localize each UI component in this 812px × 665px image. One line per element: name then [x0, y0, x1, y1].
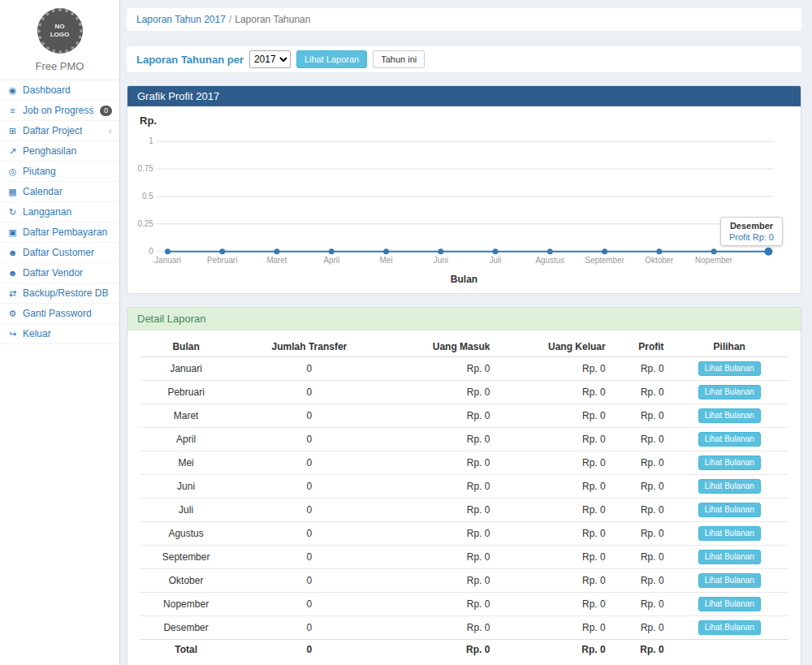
cell-masuk: Rp. 0	[387, 475, 497, 499]
cell-keluar: Rp. 0	[496, 381, 611, 404]
chart-y-axis-title: Rp.	[140, 114, 793, 129]
cell-profit: Rp. 0	[612, 404, 671, 428]
sidebar-item-label: Langganan	[23, 205, 71, 218]
chart-panel-title: Grafik Profit 2017	[127, 86, 801, 106]
year-select[interactable]: 2017	[249, 50, 291, 68]
cell-pilihan: Lihat Bulanan	[671, 522, 788, 546]
lock-icon: ⚙	[7, 307, 18, 320]
cell-profit: Rp. 0	[612, 357, 671, 381]
lihat-bulanan-button[interactable]: Lihat Bulanan	[698, 456, 761, 470]
cell-pilihan: Lihat Bulanan	[671, 546, 788, 569]
backup-icon: ⇄	[7, 287, 18, 300]
sidebar-item-langganan[interactable]: ↻Langganan	[0, 202, 119, 222]
sidebar-item-label: Daftar Customer	[23, 246, 94, 259]
sidebar-item-penghasilan[interactable]: ↗Penghasilan	[0, 141, 119, 162]
total-empty	[671, 640, 788, 660]
logo-badge: NO LOGO	[37, 8, 83, 54]
lihat-bulanan-button[interactable]: Lihat Bulanan	[698, 550, 761, 564]
cell-pilihan: Lihat Bulanan	[671, 569, 788, 593]
content: Laporan Tahun 2017/Laporan Tahunan Lapor…	[120, 0, 812, 665]
svg-text:0.5: 0.5	[142, 192, 153, 201]
brand-name: Free PMO	[0, 60, 119, 72]
brand-block: NO LOGO Free PMO	[0, 0, 119, 80]
sidebar-item-dashboard[interactable]: ◉Dashboard	[0, 80, 119, 101]
lihat-bulanan-button[interactable]: Lihat Bulanan	[698, 620, 761, 635]
sidebar-item-daftar-project[interactable]: ⊞Daftar Project‹	[0, 121, 119, 141]
table-icon: ⊞	[7, 124, 18, 137]
cell-bulan: Agustus	[140, 522, 232, 546]
lihat-bulanan-button[interactable]: Lihat Bulanan	[698, 408, 761, 423]
lihat-bulanan-button[interactable]: Lihat Bulanan	[698, 432, 761, 447]
lihat-bulanan-button[interactable]: Lihat Bulanan	[698, 526, 761, 541]
cell-profit: Rp. 0	[612, 499, 671, 522]
users-icon: ☻	[7, 266, 18, 279]
lihat-bulanan-button[interactable]: Lihat Bulanan	[698, 361, 761, 376]
lihat-bulanan-button[interactable]: Lihat Bulanan	[698, 573, 761, 588]
sidebar-item-calendar[interactable]: ▦Calendar	[0, 182, 119, 202]
cell-profit: Rp. 0	[612, 475, 671, 499]
cell-masuk: Rp. 0	[387, 499, 497, 522]
lihat-bulanan-button[interactable]: Lihat Bulanan	[698, 597, 761, 611]
chevron-left-icon: ‹	[109, 126, 112, 136]
table-row: Juni0Rp. 0Rp. 0Rp. 0Lihat Bulanan	[140, 475, 788, 499]
cell-transfer: 0	[232, 499, 386, 522]
cell-bulan: April	[140, 428, 232, 451]
breadcrumb-separator: /	[229, 14, 231, 25]
cell-pilihan: Lihat Bulanan	[671, 475, 788, 499]
svg-text:Maret: Maret	[266, 256, 287, 265]
cell-transfer: 0	[232, 616, 386, 640]
table-row: April0Rp. 0Rp. 0Rp. 0Lihat Bulanan	[140, 428, 788, 451]
cell-bulan: Nopember	[140, 593, 232, 616]
svg-text:Januari: Januari	[154, 256, 180, 265]
sidebar: NO LOGO Free PMO ◉Dashboard≡Job on Progr…	[0, 0, 120, 665]
cell-keluar: Rp. 0	[496, 616, 611, 640]
lihat-laporan-button[interactable]: Lihat Laporan	[296, 50, 367, 68]
cell-bulan: Juli	[140, 499, 232, 522]
svg-text:Oktober: Oktober	[645, 256, 674, 265]
tooltip-title: Desember	[729, 221, 774, 231]
cell-bulan: Desember	[140, 616, 232, 640]
total-masuk: Rp. 0	[387, 640, 497, 660]
detail-table: Bulan Jumlah Transfer Uang Masuk Uang Ke…	[140, 337, 788, 659]
tooltip-value: Profit Rp: 0	[729, 232, 774, 242]
cell-profit: Rp. 0	[612, 381, 671, 404]
cell-masuk: Rp. 0	[387, 381, 497, 404]
sidebar-item-backup-restore-db[interactable]: ⇄Backup/Restore DB	[0, 283, 119, 304]
cell-masuk: Rp. 0	[387, 593, 497, 616]
logout-icon: ↪	[7, 327, 18, 340]
dashboard-icon: ◉	[7, 84, 18, 97]
cell-profit: Rp. 0	[612, 428, 671, 451]
total-row: Total 0 Rp. 0 Rp. 0 Rp. 0	[140, 640, 788, 660]
lihat-bulanan-button[interactable]: Lihat Bulanan	[698, 479, 761, 494]
cell-masuk: Rp. 0	[387, 404, 497, 428]
users-icon: ☻	[7, 246, 18, 259]
sidebar-item-daftar-customer[interactable]: ☻Daftar Customer	[0, 243, 119, 263]
breadcrumb-link[interactable]: Laporan Tahun 2017	[136, 14, 226, 25]
sidebar-item-daftar-vendor[interactable]: ☻Daftar Vendor	[0, 263, 119, 283]
sidebar-item-label: Penghasilan	[23, 145, 76, 158]
sidebar-item-ganti-password[interactable]: ⚙Ganti Password	[0, 304, 119, 324]
table-header-row: Bulan Jumlah Transfer Uang Masuk Uang Ke…	[140, 337, 788, 357]
lihat-bulanan-button[interactable]: Lihat Bulanan	[698, 503, 761, 517]
cell-masuk: Rp. 0	[387, 616, 497, 640]
main-area: Laporan Tahun 2017/Laporan Tahunan Lapor…	[120, 0, 812, 665]
calendar-icon: ▦	[7, 185, 18, 198]
cell-pilihan: Lihat Bulanan	[671, 404, 788, 428]
cell-profit: Rp. 0	[612, 569, 671, 593]
tahun-ini-button[interactable]: Tahun ini	[373, 50, 425, 68]
lihat-bulanan-button[interactable]: Lihat Bulanan	[698, 385, 761, 399]
cell-pilihan: Lihat Bulanan	[671, 593, 788, 616]
sidebar-menu: ◉Dashboard≡Job on Progress0⊞Daftar Proje…	[0, 80, 119, 344]
sidebar-item-daftar-pembayaran[interactable]: ▣Daftar Pembayaran	[0, 222, 119, 243]
cell-profit: Rp. 0	[612, 546, 671, 569]
sidebar-item-label: Dashboard	[23, 84, 71, 97]
sidebar-item-keluar[interactable]: ↪Keluar	[0, 324, 119, 344]
sidebar-item-job-on-progress[interactable]: ≡Job on Progress0	[0, 101, 119, 121]
cell-masuk: Rp. 0	[387, 522, 497, 546]
detail-panel: Detail Laporan Bulan Jumlah Transfer Uan…	[127, 307, 801, 665]
cell-bulan: Januari	[140, 357, 232, 381]
cell-transfer: 0	[232, 428, 386, 451]
table-row: Januari0Rp. 0Rp. 0Rp. 0Lihat Bulanan	[140, 357, 788, 381]
sidebar-item-piutang[interactable]: ◎Piutang	[0, 162, 119, 182]
cell-masuk: Rp. 0	[387, 428, 497, 451]
